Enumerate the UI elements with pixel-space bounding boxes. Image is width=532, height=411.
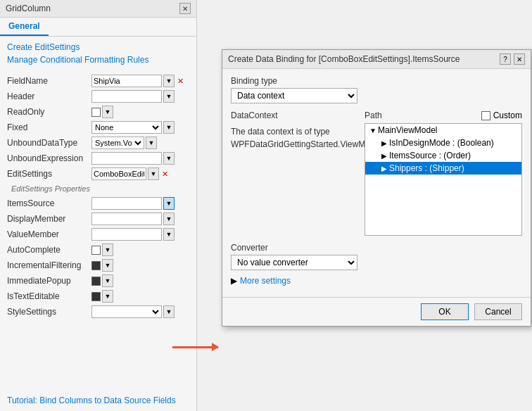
stylesettings-btn[interactable]: ▼: [163, 305, 175, 318]
prop-valuemember-label: ValueMember: [7, 229, 91, 239]
unboundexpression-input[interactable]: [91, 152, 162, 165]
prop-stylesettings-value: ▼: [91, 305, 189, 318]
prop-displaymember: DisplayMember ▼: [4, 211, 192, 227]
prop-fixed-value: None ▼: [91, 121, 189, 134]
footer-link[interactable]: Tutorial: Bind Columns to Data Source Fi…: [7, 396, 176, 405]
unboundexpression-btn[interactable]: ▼: [163, 152, 175, 165]
unbounddatatype-select[interactable]: System.Void: [91, 137, 144, 149]
custom-checkbox[interactable]: [481, 111, 490, 120]
istexteditable-checkbox[interactable]: [91, 292, 101, 301]
incrementalfiltering-btn[interactable]: ▼: [102, 259, 113, 272]
fixed-btn[interactable]: ▼: [163, 121, 175, 134]
tree-item-itemssource[interactable]: ▶ ItemsSource : (Order): [365, 149, 521, 162]
fieldname-btn[interactable]: ▼: [163, 75, 175, 87]
two-col-section: DataContext The data context is of type …: [231, 110, 522, 236]
binding-type-select[interactable]: Data context: [231, 88, 357, 103]
dialog-title-bar: Create Data Binding for [ComboBoxEditSet…: [222, 50, 531, 69]
valuemember-input[interactable]: [91, 228, 162, 241]
more-settings-row[interactable]: ▶ More settings: [231, 276, 522, 286]
incrementalfiltering-checkbox[interactable]: [91, 261, 101, 270]
prop-valuemember: ValueMember ▼: [4, 227, 192, 242]
prop-readonly-value: ▼: [91, 106, 189, 118]
tree-expand-shippers[interactable]: ▶: [379, 163, 389, 173]
readonly-btn[interactable]: ▼: [102, 106, 113, 118]
prop-immediatepopup-label: ImmediatePopup: [7, 276, 91, 286]
prop-immediatepopup-value: ▼: [91, 274, 189, 287]
panel-links: Create EditSettings Manage Conditional F…: [0, 37, 196, 73]
dialog-help-button[interactable]: ?: [500, 53, 511, 65]
fieldname-clear[interactable]: ✕: [177, 77, 184, 86]
properties-grid: FieldName ▼ ✕ Header ▼ ReadOnly ▼ Fi: [0, 73, 196, 320]
cancel-button[interactable]: Cancel: [474, 303, 522, 320]
arrow-line: [172, 346, 218, 348]
fieldname-input[interactable]: [91, 75, 162, 87]
displaymember-input[interactable]: [91, 213, 162, 225]
editsettings-clear[interactable]: ✕: [162, 170, 168, 179]
ok-button[interactable]: OK: [421, 303, 469, 320]
prop-editsettings-label: EditSettings: [7, 169, 91, 179]
readonly-checkbox[interactable]: [91, 108, 101, 117]
converter-select[interactable]: No value converter: [231, 255, 357, 270]
tree-expand-isindesignmode[interactable]: ▶: [379, 138, 389, 148]
itemssource-btn[interactable]: ▼: [163, 197, 175, 210]
prop-unboundexpression: UnboundExpression ▼: [4, 151, 192, 166]
prop-istexteditable-label: IsTextEditable: [7, 291, 91, 301]
dialog-title: Create Data Binding for [ComboBoxEditSet…: [228, 54, 460, 64]
tree-text-itemssource: ItemsSource : (Order): [389, 151, 471, 160]
immediatepopup-btn[interactable]: ▼: [102, 274, 113, 287]
header-input[interactable]: [91, 90, 162, 103]
custom-label: Custom: [493, 110, 522, 120]
custom-checkbox-row: Custom: [481, 110, 522, 120]
autocomplete-btn[interactable]: ▼: [102, 244, 113, 256]
prop-fieldname: FieldName ▼ ✕: [4, 73, 192, 89]
prop-unbounddatatype: UnboundDataType System.Void ▼: [4, 135, 192, 151]
dialog-close-button[interactable]: ✕: [514, 53, 525, 65]
panel-title: GridColumn: [6, 4, 51, 13]
prop-autocomplete-value: ▼: [91, 244, 189, 256]
tree-expand-mainviewmodel[interactable]: ▼: [368, 125, 378, 135]
immediatepopup-checkbox[interactable]: [91, 277, 101, 286]
displaymember-btn[interactable]: ▼: [163, 213, 175, 225]
tree-item-isindesignmode[interactable]: ▶ IsInDesignMode : (Boolean): [365, 137, 521, 149]
manage-formatting-link[interactable]: Manage Conditional Formatting Rules: [7, 55, 189, 65]
tree-item-shippers[interactable]: ▶ Shippers : (Shipper): [365, 162, 521, 175]
tree-item-mainviewmodel[interactable]: ▼ MainViewModel: [365, 124, 521, 137]
prop-istexteditable: IsTextEditable ▼: [4, 289, 192, 304]
arrow-indicator: [172, 346, 218, 348]
prop-unbounddatatype-value: System.Void ▼: [91, 137, 189, 149]
itemssource-input[interactable]: [91, 197, 162, 210]
editsettings-btn[interactable]: ▼: [148, 167, 159, 180]
editsettings-input[interactable]: [91, 167, 146, 180]
tree-text-mainviewmodel: MainViewModel: [378, 125, 438, 135]
tree-expand-itemssource[interactable]: ▶: [379, 151, 389, 160]
prop-incrementalfiltering: IncrementalFiltering ▼: [4, 258, 192, 273]
prop-fixed: Fixed None ▼: [4, 120, 192, 135]
prop-unboundexpression-value: ▼: [91, 152, 189, 165]
create-editsettings-link[interactable]: Create EditSettings: [7, 42, 189, 52]
section-editsettings-props: EditSettings Properties: [4, 182, 192, 196]
autocomplete-checkbox[interactable]: [91, 246, 101, 255]
arrow-head: [212, 343, 219, 351]
dialog-left-col: DataContext The data context is of type …: [231, 110, 357, 236]
prop-editsettings: EditSettings ▼ ✕: [4, 166, 192, 182]
prop-autocomplete: AutoComplete ▼: [4, 242, 192, 258]
tab-general[interactable]: General: [0, 18, 49, 36]
prop-stylesettings-label: StyleSettings: [7, 307, 91, 317]
fixed-select[interactable]: None: [91, 121, 162, 134]
more-settings-label[interactable]: More settings: [240, 276, 291, 286]
prop-incrementalfiltering-label: IncrementalFiltering: [7, 260, 91, 270]
header-btn[interactable]: ▼: [163, 90, 175, 103]
dialog-right-col: Path Custom ▼ MainViewModel ▶ Is: [365, 110, 522, 236]
stylesettings-select[interactable]: [91, 305, 162, 318]
prop-incrementalfiltering-value: ▼: [91, 259, 189, 272]
unbounddatatype-btn[interactable]: ▼: [146, 137, 157, 149]
prop-editsettings-value: ▼ ✕: [91, 167, 189, 180]
prop-header-value: ▼: [91, 90, 189, 103]
istexteditable-btn[interactable]: ▼: [102, 290, 113, 303]
prop-fieldname-value: ▼ ✕: [91, 75, 189, 87]
valuemember-btn[interactable]: ▼: [163, 228, 175, 241]
panel-close-button[interactable]: ✕: [179, 3, 191, 14]
datacontext-info: The data context is of type WPFDataGridG…: [231, 122, 357, 153]
panel-footer: Tutorial: Bind Columns to Data Source Fi…: [0, 390, 197, 411]
tree-view[interactable]: ▼ MainViewModel ▶ IsInDesignMode : (Bool…: [365, 123, 522, 236]
